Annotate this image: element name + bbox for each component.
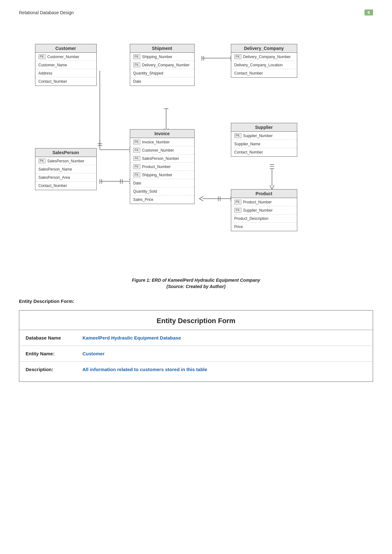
entity-invoice-header: Invoice (130, 129, 194, 138)
entity-customer-field-2: Customer_Name (35, 61, 96, 69)
entity-salesperson-field-4: Contact_Number (35, 182, 96, 190)
figure-caption: Figure 1: ERD of KameelPerd Hydraulic Eq… (19, 278, 373, 289)
entity-delivery-company-field-2: Delivery_Company_Location (231, 61, 297, 69)
entity-invoice-field-7: Quantity_Sold (130, 187, 194, 196)
entity-delivery-company-field-3: Contact_Number (231, 69, 297, 77)
edf-entity-value: Customer (82, 351, 105, 356)
edf-title: Entity Description Form (157, 317, 235, 325)
page-number: 6 (365, 9, 373, 15)
figure-caption-line1: Figure 1: ERD of KameelPerd Hydraulic Eq… (19, 278, 373, 283)
entity-supplier: Supplier PK Supplier_Number Supplier_Nam… (231, 123, 297, 157)
edf-database-value: KameelPerd Hydraulic Equipment Database (82, 335, 181, 340)
entity-salesperson-field-3: SalesPerson_Area (35, 173, 96, 182)
entity-invoice-field-3: FK SalesPerson_Number (130, 154, 194, 163)
entity-shipment-header: Shipment (130, 44, 194, 53)
entity-product-field-3: Product_Description (231, 214, 297, 223)
entity-customer-header: Customer (35, 44, 96, 53)
entity-delivery-company-header: Delivery_Company (231, 44, 297, 53)
entity-invoice-field-6: Date (130, 179, 194, 187)
page-header: Relational Database Design 6 (19, 9, 373, 15)
entity-shipment: Shipment PK Shipping_Number FK Delivery_… (130, 44, 195, 86)
entity-shipment-field-1: PK Shipping_Number (130, 53, 194, 61)
edf-entity-row: Entity Name: Customer (19, 346, 373, 362)
entity-customer: Customer PK Customer_Number Customer_Nam… (35, 44, 97, 86)
entity-product-field-4: Price (231, 223, 297, 231)
entity-description-form: Entity Description Form Database Name Ka… (19, 310, 373, 382)
entity-customer-field-3: Address (35, 69, 96, 77)
entity-salesperson-header: SalesPerson (35, 148, 96, 157)
edf-description-row: Description: All information related to … (19, 362, 373, 382)
edf-entity-label: Entity Name: (26, 351, 82, 356)
entity-description-heading: Entity Description Form: (19, 298, 373, 304)
edf-description-value: All information related to customers sto… (82, 367, 207, 372)
entity-invoice-field-2: FK Customer_Number (130, 146, 194, 154)
entity-delivery-company: Delivery_Company PK Delivery_Company_Num… (231, 44, 297, 78)
page-title: Relational Database Design (19, 10, 74, 15)
svg-line-31 (270, 185, 272, 189)
entity-supplier-field-1: PK Supplier_Number (231, 132, 297, 140)
entity-supplier-field-2: Supplier_Name (231, 140, 297, 148)
entity-shipment-field-3: Quantity_Shipped (130, 69, 194, 77)
entity-salesperson-field-2: SalesPerson_Name (35, 165, 96, 173)
entity-shipment-field-4: Date (130, 77, 194, 86)
edf-description-label: Description: (26, 367, 82, 372)
svg-line-26 (199, 199, 203, 201)
entity-shipment-field-2: FK Delivery_Company_Number (130, 61, 194, 69)
entity-product: Product PK Product_Number FK Supplier_Nu… (231, 189, 297, 231)
erd-diagram: Customer PK Customer_Number Customer_Nam… (22, 25, 370, 271)
entity-invoice: Invoice PK Invoice_Number FK Customer_Nu… (130, 129, 195, 204)
entity-supplier-header: Supplier (231, 123, 297, 132)
entity-invoice-field-5: FK Shipping_Number (130, 171, 194, 179)
entity-customer-field-1: PK Customer_Number (35, 53, 96, 61)
figure-caption-line2: (Source: Created by Author) (19, 284, 373, 289)
entity-invoice-field-8: Sales_Price (130, 196, 194, 204)
entity-supplier-field-3: Contact_Number (231, 148, 297, 156)
svg-line-25 (199, 196, 203, 199)
entity-product-field-1: PK Product_Number (231, 198, 297, 206)
edf-database-label: Database Name (26, 335, 82, 340)
edf-title-row: Entity Description Form (19, 310, 373, 330)
svg-line-32 (272, 185, 274, 189)
entity-delivery-company-field-1: PK Delivery_Company_Number (231, 53, 297, 61)
entity-customer-field-4: Contact_Number (35, 77, 96, 86)
edf-database-row: Database Name KameelPerd Hydraulic Equip… (19, 330, 373, 346)
entity-invoice-field-1: PK Invoice_Number (130, 138, 194, 146)
entity-product-field-2: FK Supplier_Number (231, 206, 297, 214)
entity-salesperson-field-1: PK SalesPerson_Number (35, 157, 96, 165)
entity-salesperson: SalesPerson PK SalesPerson_Number SalesP… (35, 148, 97, 190)
entity-product-header: Product (231, 190, 297, 198)
entity-invoice-field-4: FK Product_Number (130, 163, 194, 171)
